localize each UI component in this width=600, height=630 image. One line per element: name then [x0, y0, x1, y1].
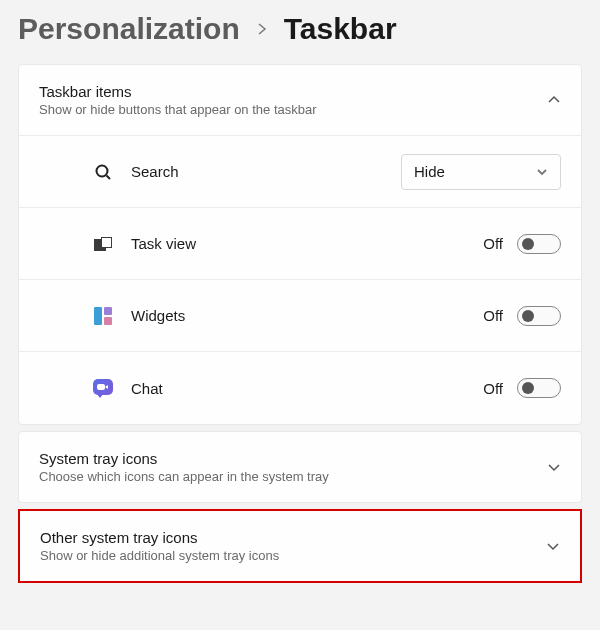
taskbar-item-search: Search Hide — [19, 136, 581, 208]
section-header-system-tray[interactable]: System tray icons Choose which icons can… — [19, 432, 581, 502]
task-view-toggle[interactable] — [517, 234, 561, 254]
section-system-tray: System tray icons Choose which icons can… — [18, 431, 582, 503]
item-label: Search — [131, 163, 179, 180]
toggle-state-label: Off — [483, 307, 503, 324]
taskbar-item-task-view: Task view Off — [19, 208, 581, 280]
task-view-icon — [93, 234, 113, 254]
taskbar-item-chat: Chat Off — [19, 352, 581, 424]
taskbar-item-widgets: Widgets Off — [19, 280, 581, 352]
breadcrumb: Personalization Taskbar — [18, 0, 582, 64]
chat-icon — [93, 378, 113, 398]
toggle-state-label: Off — [483, 235, 503, 252]
breadcrumb-parent[interactable]: Personalization — [18, 12, 240, 46]
item-label: Widgets — [131, 307, 185, 324]
widgets-icon — [93, 306, 113, 326]
section-title: Other system tray icons — [40, 529, 279, 546]
chat-toggle[interactable] — [517, 378, 561, 398]
search-icon — [93, 162, 113, 182]
chevron-down-icon — [546, 539, 560, 553]
section-header-taskbar-items[interactable]: Taskbar items Show or hide buttons that … — [19, 65, 581, 135]
section-subtitle: Show or hide buttons that appear on the … — [39, 102, 317, 117]
item-label: Chat — [131, 380, 163, 397]
item-label: Task view — [131, 235, 196, 252]
section-subtitle: Choose which icons can appear in the sys… — [39, 469, 329, 484]
section-title: System tray icons — [39, 450, 329, 467]
dropdown-value: Hide — [414, 163, 445, 180]
section-subtitle: Show or hide additional system tray icon… — [40, 548, 279, 563]
search-dropdown[interactable]: Hide — [401, 154, 561, 190]
section-title: Taskbar items — [39, 83, 317, 100]
toggle-state-label: Off — [483, 380, 503, 397]
breadcrumb-current: Taskbar — [284, 12, 397, 46]
taskbar-items-list: Search Hide Task view — [19, 135, 581, 424]
chevron-down-icon — [536, 166, 548, 178]
svg-point-0 — [97, 165, 108, 176]
chevron-down-icon — [547, 460, 561, 474]
section-header-other-system-tray[interactable]: Other system tray icons Show or hide add… — [20, 511, 580, 581]
section-other-system-tray: Other system tray icons Show or hide add… — [18, 509, 582, 583]
chevron-up-icon — [547, 93, 561, 107]
chevron-right-icon — [256, 18, 268, 41]
section-taskbar-items: Taskbar items Show or hide buttons that … — [18, 64, 582, 425]
widgets-toggle[interactable] — [517, 306, 561, 326]
